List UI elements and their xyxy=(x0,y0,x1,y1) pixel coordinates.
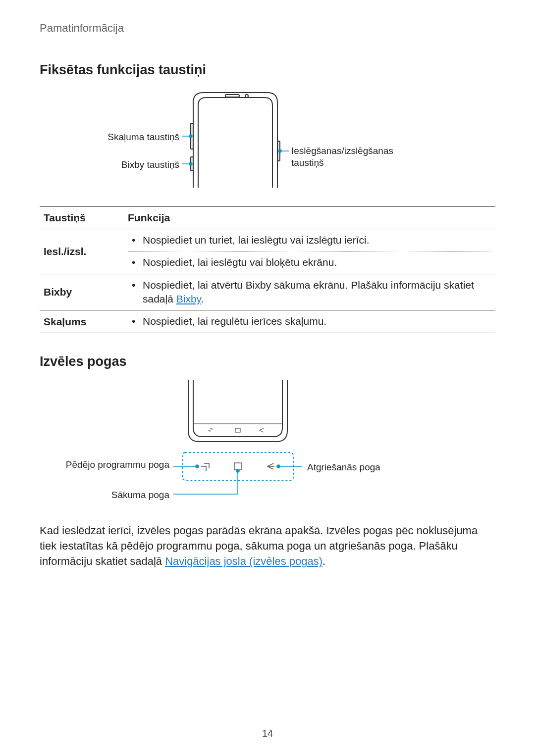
callout-back-button: Atgriešanās poga xyxy=(307,461,416,473)
svg-rect-14 xyxy=(234,463,241,470)
link-bixby[interactable]: Bixby xyxy=(176,293,201,304)
svg-rect-0 xyxy=(225,95,239,97)
svg-point-10 xyxy=(278,150,281,152)
td-key-volume: Skaļums xyxy=(40,310,124,333)
th-function: Funkcija xyxy=(124,207,495,229)
td-func-power-2: Nospiediet, lai ieslēgtu vai bloķētu ekr… xyxy=(143,256,337,268)
svg-point-1 xyxy=(245,95,248,98)
callout-home-button: Sākuma poga xyxy=(40,489,169,501)
td-key-bixby: Bixby xyxy=(40,274,124,310)
link-navigation-bar[interactable]: Navigācijas josla (izvēles pogas) xyxy=(165,555,322,567)
hardware-keys-diagram: Skaļuma taustiņš Bixby taustiņš Ieslēgša… xyxy=(40,89,495,202)
svg-point-18 xyxy=(277,465,280,468)
svg-point-6 xyxy=(189,135,192,138)
section-soft-keys-title: Izvēles pogas xyxy=(40,354,495,369)
td-func-power-1: Nospiediet un turiet, lai ieslēgtu vai i… xyxy=(143,234,370,246)
td-func-volume: Nospiediet, lai regulētu ierīces skaļumu… xyxy=(143,315,326,327)
soft-keys-description: Kad ieslēdzat ierīci, izvēles pogas parā… xyxy=(40,523,495,569)
svg-rect-12 xyxy=(235,428,240,432)
callout-bixby-key: Bixby taustiņš xyxy=(40,159,179,171)
callout-volume-key: Skaļuma taustiņš xyxy=(40,131,179,143)
svg-point-8 xyxy=(189,162,192,165)
callout-power-key: Ieslēgšanas/izslēgšanas taustiņš xyxy=(291,145,410,169)
svg-point-16 xyxy=(196,465,199,468)
section-hardware-keys-title: Fiksētas funkcijas taustiņi xyxy=(40,62,495,78)
soft-keys-diagram: Pēdējo programmu poga Atgriešanās poga S… xyxy=(40,380,495,514)
page-number: 14 xyxy=(0,728,535,739)
hardware-keys-table: Taustiņš Funkcija Iesl./izsl. •Nospiedie… xyxy=(40,206,495,333)
td-func-bixby: Nospiediet, lai atvērtu Bixby sākuma ekr… xyxy=(143,279,474,304)
th-key: Taustiņš xyxy=(40,207,124,229)
callout-recents-button: Pēdējo programmu poga xyxy=(40,459,169,471)
breadcrumb: Pamatinformācija xyxy=(40,22,495,35)
td-key-power: Iesl./izsl. xyxy=(40,229,124,274)
